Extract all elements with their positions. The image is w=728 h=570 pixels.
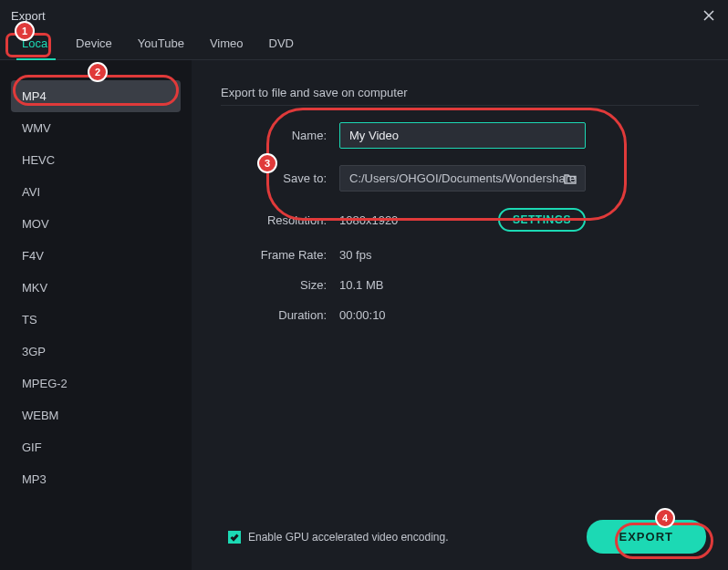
- format-hevc[interactable]: HEVC: [11, 144, 181, 176]
- format-sidebar: MP4 WMV HEVC AVI MOV F4V MKV TS 3GP MPEG…: [0, 60, 192, 570]
- tab-vimeo[interactable]: Vimeo: [204, 33, 249, 54]
- format-mp3[interactable]: MP3: [11, 463, 181, 495]
- tab-bar: Local Device YouTube Vimeo DVD: [0, 26, 728, 60]
- format-wmv[interactable]: WMV: [11, 112, 181, 144]
- format-mpeg2[interactable]: MPEG-2: [11, 368, 181, 399]
- titlebar: Export: [0, 0, 728, 26]
- format-avi[interactable]: AVI: [11, 176, 181, 208]
- size-value: 10.1 MB: [339, 278, 383, 292]
- tab-local[interactable]: Local: [16, 33, 56, 54]
- duration-value: 00:00:10: [339, 308, 386, 322]
- tab-youtube[interactable]: YouTube: [132, 33, 190, 54]
- settings-button[interactable]: SETTINGS: [498, 208, 586, 232]
- tab-dvd[interactable]: DVD: [264, 33, 299, 54]
- format-f4v[interactable]: F4V: [11, 240, 181, 272]
- name-label: Name:: [221, 129, 339, 142]
- saveto-row: Save to: C:/Users/OHGOI/Documents/Wonder…: [221, 165, 699, 192]
- saveto-path: C:/Users/OHGOI/Documents/Wondershare: [349, 171, 576, 185]
- folder-icon[interactable]: [563, 171, 577, 186]
- format-webm[interactable]: WEBM: [11, 399, 181, 431]
- tab-device[interactable]: Device: [70, 33, 118, 54]
- framerate-label: Frame Rate:: [221, 248, 339, 262]
- format-mp4[interactable]: MP4: [11, 80, 181, 112]
- framerate-value: 30 fps: [339, 248, 371, 262]
- duration-row: Duration: 00:00:10: [221, 308, 699, 322]
- gpu-label: Enable GPU accelerated video encoding.: [248, 531, 448, 544]
- resolution-value: 1080x1920: [339, 213, 398, 227]
- name-input[interactable]: [339, 122, 586, 149]
- window-title: Export: [11, 9, 46, 23]
- panel-heading: Export to file and save on computer: [221, 86, 699, 99]
- divider: [221, 105, 699, 106]
- saveto-label: Save to:: [221, 171, 339, 185]
- format-ts[interactable]: TS: [11, 304, 181, 336]
- format-gif[interactable]: GIF: [11, 431, 181, 463]
- name-row: Name:: [221, 122, 699, 149]
- checkbox-icon: [228, 531, 241, 544]
- main-panel: Export to file and save on computer Name…: [192, 60, 728, 570]
- export-button[interactable]: EXPORT: [587, 520, 706, 554]
- format-mov[interactable]: MOV: [11, 208, 181, 240]
- close-icon[interactable]: [701, 7, 717, 24]
- gpu-checkbox[interactable]: Enable GPU accelerated video encoding.: [228, 531, 448, 544]
- duration-label: Duration:: [221, 308, 339, 322]
- format-mkv[interactable]: MKV: [11, 272, 181, 304]
- size-label: Size:: [221, 278, 339, 292]
- format-3gp[interactable]: 3GP: [11, 336, 181, 368]
- saveto-field[interactable]: C:/Users/OHGOI/Documents/Wondershare: [339, 165, 586, 192]
- framerate-row: Frame Rate: 30 fps: [221, 248, 699, 262]
- resolution-row: Resolution: 1080x1920 SETTINGS: [221, 208, 699, 232]
- resolution-label: Resolution:: [221, 213, 339, 227]
- footer: Enable GPU accelerated video encoding. E…: [192, 509, 728, 570]
- size-row: Size: 10.1 MB: [221, 278, 699, 292]
